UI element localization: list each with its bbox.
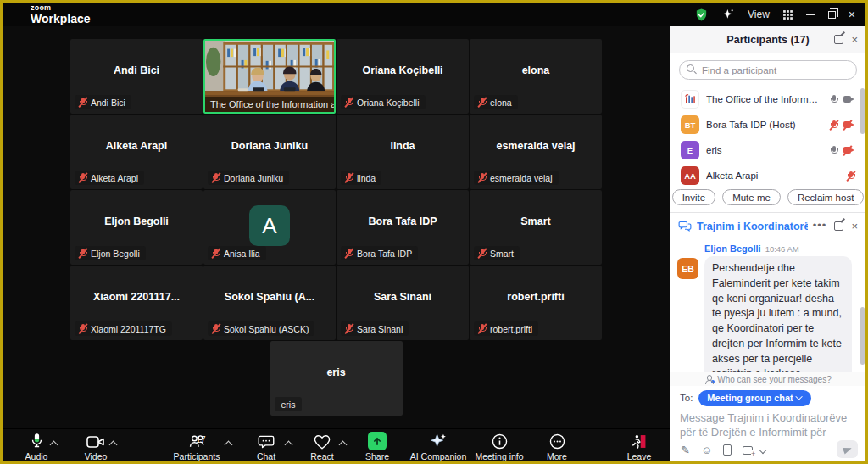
participant-avatar: BT	[681, 115, 699, 134]
video-menu-caret[interactable]	[110, 439, 117, 446]
leave-button[interactable]: Leave	[618, 432, 660, 461]
participants-list[interactable]: The Office of the Informat... (Me) BT Bo…	[670, 85, 865, 189]
close-button[interactable]: ×	[849, 8, 855, 20]
participant-name: Doriana Juniku	[203, 115, 336, 177]
share-button[interactable]: Share	[356, 432, 398, 461]
chat-icon	[246, 432, 287, 450]
video-tile[interactable]: Andi Bici Andi Bici	[70, 39, 203, 114]
react-button[interactable]: React	[301, 432, 343, 461]
mic-icon[interactable]	[830, 94, 838, 104]
video-tile[interactable]: Sara Sinani Sara Sinani	[337, 266, 469, 340]
mute-me-button[interactable]: Mute me	[722, 189, 781, 205]
emoji-icon[interactable]: ☺	[701, 444, 712, 456]
participant-avatar: AA	[681, 166, 699, 185]
invite-button[interactable]: Invite	[672, 189, 716, 205]
video-tile[interactable]: Smart Smart	[470, 190, 602, 265]
chat-bubbles-icon	[678, 220, 692, 232]
popout-icon[interactable]	[834, 35, 843, 44]
chat-input[interactable]: Message Trajnim i Koordinatorëve për të …	[670, 410, 865, 439]
participants-menu-caret[interactable]	[225, 439, 232, 446]
participants-button[interactable]: 17 Participants	[167, 432, 226, 461]
participants-count-badge: 17	[196, 434, 206, 444]
minimize-button[interactable]	[806, 14, 815, 15]
chat-more-icon[interactable]: •••	[813, 223, 827, 229]
video-tile[interactable]: eris eris	[270, 341, 403, 416]
security-shield-icon[interactable]	[694, 8, 709, 22]
tile-name-tag: Xiaomi 2201117TG	[75, 321, 172, 336]
restore-button[interactable]	[828, 11, 836, 19]
recipient-selector[interactable]: Meeting group chat	[698, 390, 810, 406]
video-tile[interactable]: Bora Tafa IDP Bora Tafa IDP	[337, 190, 469, 265]
muted-mic-icon	[212, 324, 220, 334]
chevron-down-icon[interactable]	[760, 446, 766, 453]
react-menu-caret[interactable]	[340, 439, 347, 446]
screenshot-icon[interactable]	[743, 446, 753, 455]
muted-mic-icon	[79, 324, 87, 334]
participant-name: Smart	[470, 190, 602, 253]
send-icon	[842, 444, 852, 454]
reclaim-host-button[interactable]: Reclaim host	[787, 189, 864, 205]
popout-icon[interactable]	[834, 221, 843, 231]
chat-menu-caret[interactable]	[286, 439, 292, 446]
search-input[interactable]	[679, 60, 857, 80]
video-tile[interactable]: Doriana Juniku Doriana Juniku	[203, 115, 336, 189]
meeting-info-button[interactable]: Meeting info	[470, 432, 529, 461]
chat-scrollbar[interactable]	[860, 307, 865, 365]
mic-icon[interactable]	[830, 145, 838, 155]
video-stage: Andi Bici Andi Bici	[3, 26, 670, 428]
camera-icon[interactable]	[843, 95, 855, 104]
video-tile[interactable]: robert.prifti robert.prifti	[470, 266, 602, 340]
camera-off-icon[interactable]	[843, 146, 855, 155]
attach-file-icon[interactable]	[723, 444, 732, 456]
participants-scrollbar[interactable]	[860, 88, 865, 134]
video-tile[interactable]: Xiaomi 2201117... Xiaomi 2201117TG	[70, 266, 203, 340]
video-tile[interactable]: Oriana Koçibelli Oriana Koçibelli	[337, 39, 469, 114]
participant-name: Sokol Spahiu (A...	[203, 266, 336, 328]
tile-name-tag: Alketa Arapi	[75, 171, 144, 185]
ai-companion-button[interactable]: AI Companion	[403, 432, 473, 461]
participants-panel-title: Participants (17)	[726, 34, 809, 46]
ai-sparkle-icon[interactable]	[721, 8, 735, 21]
search-icon	[687, 64, 694, 72]
video-tile[interactable]: esmeralda velaj esmeralda velaj	[470, 115, 602, 189]
participant-name: robert.prifti	[470, 266, 602, 328]
more-button[interactable]: More	[537, 432, 577, 461]
video-tile[interactable]: Eljon Begolli Eljon Begolli	[70, 190, 203, 265]
zoom-logo-text: zoom	[31, 4, 91, 12]
participant-row[interactable]: E eris	[681, 137, 855, 163]
participant-row[interactable]: BT Bora Tafa IDP (Host)	[681, 112, 855, 137]
view-grid-icon[interactable]	[782, 9, 793, 20]
video-tile[interactable]: linda linda	[337, 115, 469, 189]
close-panel-icon[interactable]: ×	[851, 34, 858, 45]
send-button[interactable]	[837, 440, 858, 458]
format-icon[interactable]: ✎	[681, 444, 690, 456]
audio-menu-caret[interactable]	[51, 439, 58, 446]
video-tile-active-speaker[interactable]: The Office of the Information an...	[203, 39, 336, 114]
message-author: Eljon Begolli	[704, 243, 761, 254]
view-button[interactable]: View	[748, 8, 770, 20]
muted-mic-icon	[478, 249, 487, 259]
video-tile[interactable]: elona elona	[470, 39, 602, 114]
video-tile[interactable]: Alketa Arapi Alketa Arapi	[70, 115, 203, 189]
participants-icon: 17	[167, 432, 226, 450]
privacy-note[interactable]: Who can see your messages?	[670, 372, 865, 386]
close-panel-icon[interactable]: ×	[851, 221, 858, 232]
participant-row[interactable]: The Office of the Informat... (Me)	[681, 87, 855, 112]
chat-button[interactable]: Chat	[246, 432, 287, 461]
participant-name: Andi Bici	[70, 39, 203, 102]
muted-mic-icon[interactable]	[830, 120, 838, 130]
participant-avatar	[681, 90, 699, 109]
tile-name-tag: robert.prifti	[474, 321, 538, 336]
participant-row[interactable]: AA Alketa Arapi	[681, 163, 855, 188]
camera-off-icon[interactable]	[843, 120, 855, 130]
sidebar: Participants (17) × The Office of the	[670, 26, 865, 461]
muted-mic-icon	[478, 173, 487, 183]
chat-messages[interactable]: Eljon Begolli 10:46 AM EB Pershendetje d…	[670, 239, 865, 372]
participant-name: Oriana Koçibelli	[337, 39, 469, 102]
tile-name-tag: Oriana Koçibelli	[341, 95, 426, 109]
muted-mic-icon[interactable]	[847, 171, 855, 181]
video-tile[interactable]: Sokol Spahiu (A... Sokol Spahiu (ASCK)	[203, 266, 336, 340]
video-tile[interactable]: A Anisa Ilia	[203, 190, 336, 265]
participant-search	[670, 53, 865, 85]
muted-mic-icon	[478, 98, 487, 108]
